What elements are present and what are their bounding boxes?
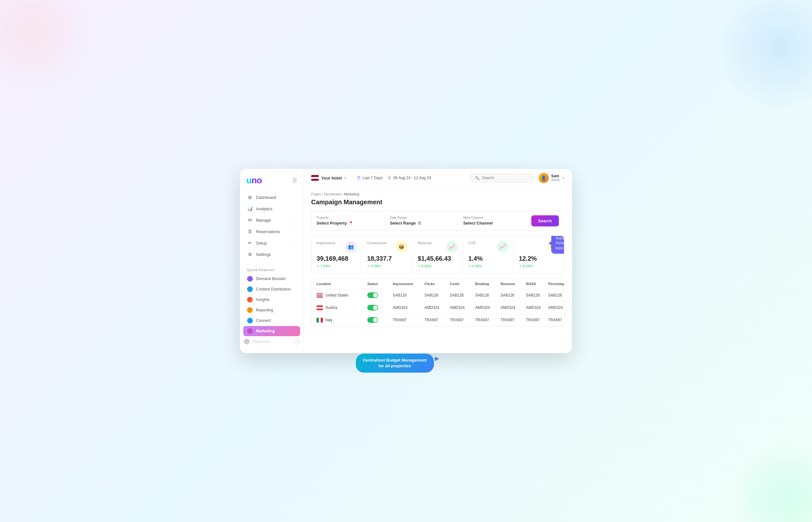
date-filter[interactable]: 🗓 06 Aug 24 - 12 Aug 24 bbox=[388, 176, 431, 180]
property-select[interactable]: Select Property 📍 bbox=[317, 221, 379, 225]
search-icon: 🔍 bbox=[475, 176, 480, 180]
status-cell[interactable] bbox=[367, 317, 393, 323]
dashboard-icon: ⊞ bbox=[247, 195, 253, 200]
filter-bar: Property Select Property 📍 Date Range Se… bbox=[311, 211, 564, 230]
status-toggle[interactable] bbox=[367, 317, 378, 323]
app-logo: uno bbox=[246, 175, 262, 185]
location-cell: Italy bbox=[317, 318, 367, 323]
location-name: United States bbox=[325, 293, 348, 298]
clock-icon: ⏱ bbox=[357, 176, 361, 180]
col-clicks: Clicks bbox=[424, 282, 450, 286]
metric-value: 18,337.7 bbox=[367, 255, 407, 262]
booking-cell: TRA697 bbox=[475, 318, 500, 322]
change-value: 8.03% bbox=[421, 264, 431, 268]
trend-up-icon: ↗ bbox=[519, 264, 521, 268]
metric-value: $1,45,66.43 bbox=[418, 255, 458, 262]
revenue-cell: SAB126 bbox=[500, 293, 526, 298]
metric-label: Conversions bbox=[367, 241, 386, 245]
reservations-icon: 🗓 bbox=[247, 229, 253, 234]
user-chevron-icon[interactable]: ▾ bbox=[563, 176, 564, 180]
cvr-icon: 📈 bbox=[497, 241, 509, 253]
sidebar-item-analytics[interactable]: 📊 Analytics bbox=[243, 203, 300, 214]
clicks-cell: AMD324 bbox=[424, 305, 450, 310]
nav-items: ⊞ Dashboard 📊 Analytics ✉ Manage › 🗓 bbox=[240, 192, 303, 265]
quick-feature-reporting[interactable]: Reporting bbox=[243, 305, 300, 315]
quick-feature-insights[interactable]: Insights bbox=[243, 295, 300, 305]
sidebar-item-manage[interactable]: ✉ Manage › bbox=[243, 215, 300, 225]
col-impressions: Impressions bbox=[393, 282, 424, 286]
connect-dot bbox=[247, 318, 253, 323]
search-bar[interactable]: 🔍 bbox=[470, 173, 534, 183]
sidebar-item-label: Settings bbox=[256, 252, 271, 257]
metric-change: ↗ 0.36% bbox=[367, 264, 407, 268]
status-cell[interactable] bbox=[367, 305, 393, 310]
col-revenue: Revenue bbox=[500, 282, 526, 286]
hamburger-icon[interactable]: ☰ bbox=[293, 178, 297, 184]
sidebar-item-reservations[interactable]: 🗓 Reservations › bbox=[243, 226, 300, 237]
quick-feature-demand-booster[interactable]: Demand Booster bbox=[243, 274, 300, 284]
sidebar-item-setup[interactable]: ✏ Setup › bbox=[243, 238, 300, 248]
chevron-right-icon: › bbox=[295, 219, 296, 222]
user-info: Sam Admin bbox=[551, 174, 560, 182]
metric-value: 12.2% bbox=[519, 255, 559, 262]
top-bar: Your Hotel ▾ ⏱ Last 7 Days 🗓 06 Aug 24 -… bbox=[303, 169, 572, 187]
change-value: 7.69% bbox=[320, 264, 330, 268]
insights-dot bbox=[247, 297, 253, 303]
impressions-cell: AMD324 bbox=[393, 305, 424, 310]
austria-flag-icon bbox=[317, 305, 323, 310]
costs-cell: TRA697 bbox=[450, 318, 475, 322]
metric-label: Revenue bbox=[418, 241, 432, 245]
filter-divider bbox=[458, 215, 458, 226]
quick-feature-content-distribution[interactable]: Content Distribution bbox=[243, 284, 300, 294]
setup-icon: ✏ bbox=[247, 240, 253, 245]
quick-feature-label: Connect bbox=[256, 318, 271, 323]
sidebar-item-label: Reservations bbox=[256, 229, 280, 234]
quick-feature-label: Marketing bbox=[256, 329, 275, 333]
status-toggle[interactable] bbox=[367, 293, 378, 298]
filter-search-button[interactable]: Search bbox=[531, 215, 559, 226]
metric-change: ↗ 0.36% bbox=[468, 264, 508, 268]
payments-item[interactable]: Payments + bbox=[240, 337, 303, 347]
property-label: Property bbox=[317, 216, 379, 219]
bottom-tooltip-wrapper: Centralized Budget Managementfor all pro… bbox=[356, 354, 440, 373]
revenue-icon: 📈 bbox=[446, 241, 458, 253]
divider bbox=[351, 175, 352, 181]
page-title: Campaign Management bbox=[311, 199, 564, 206]
quick-feature-connect[interactable]: Connect bbox=[243, 316, 300, 326]
status-cell[interactable] bbox=[367, 293, 393, 298]
percentage-cell: SAB126 bbox=[548, 293, 564, 298]
location-name: Austria bbox=[325, 305, 337, 310]
sidebar-item-settings[interactable]: ⚙ Settings bbox=[243, 249, 300, 260]
status-toggle[interactable] bbox=[367, 305, 378, 310]
property-value: Select Property bbox=[317, 221, 347, 225]
hotel-chevron-icon: ▾ bbox=[344, 176, 346, 180]
metrics-row: Impressions 👥 39,169,468 ↗ 7.69% C bbox=[311, 236, 564, 273]
clicks-cell: TRA697 bbox=[424, 318, 450, 322]
metric-change: ↗ 7.69% bbox=[317, 264, 357, 268]
location-cell: Austria bbox=[317, 305, 367, 310]
search-input[interactable] bbox=[482, 176, 529, 180]
roas-cell: TRA697 bbox=[526, 318, 548, 322]
trend-up-icon: ↗ bbox=[418, 264, 420, 268]
metric-conversions: Conversions 📦 18,337.7 ↗ 0.36% bbox=[362, 236, 412, 273]
settings-icon: ⚙ bbox=[247, 252, 253, 257]
col-roas: ROAS bbox=[526, 282, 548, 286]
trend-up-icon: ↗ bbox=[468, 264, 471, 268]
add-payment-button[interactable]: + bbox=[294, 339, 299, 344]
conversions-icon: 📦 bbox=[396, 241, 407, 253]
revenue-cell: AMD324 bbox=[500, 305, 526, 310]
metric-cvr: CVR 📈 1.4% ↗ 0.36% bbox=[463, 236, 514, 273]
meta-channel-select[interactable]: Select Channel bbox=[463, 221, 526, 225]
user-name: Sam bbox=[551, 174, 560, 178]
date-range-select[interactable]: Select Range 🗓 bbox=[390, 221, 453, 225]
table-row: United States SAB126 SAB126 SAB126 SAB12… bbox=[312, 289, 564, 302]
sidebar-item-dashboard[interactable]: ⊞ Dashboard bbox=[243, 192, 300, 203]
payments-dot bbox=[244, 339, 250, 344]
table-header: Location Status Impressions Clicks Costs… bbox=[312, 279, 564, 289]
table-row: Austria AMD324 AMD324 AMD324 AMD324 AMD3… bbox=[312, 302, 564, 314]
time-filter[interactable]: ⏱ Last 7 Days bbox=[357, 176, 382, 180]
quick-feature-marketing[interactable]: Marketing bbox=[243, 326, 300, 336]
hotel-selector[interactable]: Your Hotel ▾ bbox=[311, 175, 346, 181]
costs-cell: SAB126 bbox=[450, 293, 475, 298]
col-costs: Costs bbox=[450, 282, 475, 286]
